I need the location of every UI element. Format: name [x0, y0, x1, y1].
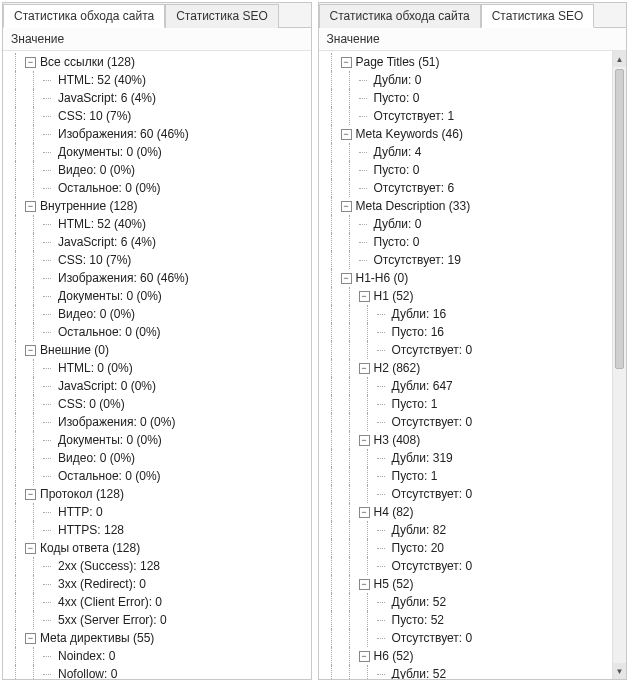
tree-row[interactable]: Отсутствует: 6	[323, 179, 611, 197]
tree-row[interactable]: Документы: 0 (0%)	[7, 143, 311, 161]
tree-row[interactable]: Дубли: 0	[323, 215, 611, 233]
expander-icon[interactable]	[25, 543, 36, 554]
tree-row[interactable]: Изображения: 60 (46%)	[7, 125, 311, 143]
expander-icon[interactable]	[359, 291, 370, 302]
expander-icon[interactable]	[359, 363, 370, 374]
tree-row[interactable]: H1-H6 (0)	[323, 269, 611, 287]
expander-icon[interactable]	[359, 435, 370, 446]
tree-row[interactable]: H4 (82)	[323, 503, 611, 521]
tree-row[interactable]: JavaScript: 0 (0%)	[7, 377, 311, 395]
expander-icon[interactable]	[25, 345, 36, 356]
tree-row[interactable]: CSS: 10 (7%)	[7, 251, 311, 269]
tree-row[interactable]: HTTP: 0	[7, 503, 311, 521]
tree-row[interactable]: Изображения: 60 (46%)	[7, 269, 311, 287]
tree-row[interactable]: CSS: 10 (7%)	[7, 107, 311, 125]
expander-icon[interactable]	[341, 129, 352, 140]
tree-row[interactable]: JavaScript: 6 (4%)	[7, 233, 311, 251]
expander-icon[interactable]	[359, 651, 370, 662]
tree-row[interactable]: Page Titles (51)	[323, 53, 611, 71]
tree-row[interactable]: Остальное: 0 (0%)	[7, 467, 311, 485]
tree-row[interactable]: H3 (408)	[323, 431, 611, 449]
tree-row[interactable]: H2 (862)	[323, 359, 611, 377]
tab-crawl-stats[interactable]: Статистика обхода сайта	[3, 4, 165, 28]
tree-row[interactable]: H5 (52)	[323, 575, 611, 593]
expander-icon[interactable]	[25, 633, 36, 644]
tree-row[interactable]: Видео: 0 (0%)	[7, 161, 311, 179]
tree-row[interactable]: JavaScript: 6 (4%)	[7, 89, 311, 107]
tree-row[interactable]: Остальное: 0 (0%)	[7, 179, 311, 197]
tree-crawl-stats[interactable]: Все ссылки (128)HTML: 52 (40%)JavaScript…	[3, 51, 311, 679]
tree-row[interactable]: Пусто: 0	[323, 233, 611, 251]
tree-row[interactable]: Протокол (128)	[7, 485, 311, 503]
tree-row[interactable]: Meta директивы (55)	[7, 629, 311, 647]
tree-row[interactable]: Дубли: 82	[323, 521, 611, 539]
tree-row[interactable]: Дубли: 319	[323, 449, 611, 467]
tree-item-label: Отсутствует: 6	[374, 181, 455, 195]
scroll-down-icon[interactable]: ▼	[613, 663, 626, 679]
tree-row[interactable]: Пусто: 16	[323, 323, 611, 341]
tree-row[interactable]: Остальное: 0 (0%)	[7, 323, 311, 341]
tree-row[interactable]: 3xx (Redirect): 0	[7, 575, 311, 593]
tree-row[interactable]: Meta Description (33)	[323, 197, 611, 215]
tree-row[interactable]: Дубли: 16	[323, 305, 611, 323]
tree-row[interactable]: Дубли: 0	[323, 71, 611, 89]
tree-row[interactable]: Отсутствует: 19	[323, 251, 611, 269]
tree-row[interactable]: Отсутствует: 1	[323, 107, 611, 125]
expander-icon[interactable]	[359, 507, 370, 518]
tree-item-label: Отсутствует: 0	[392, 559, 473, 573]
tree-row[interactable]: Noindex: 0	[7, 647, 311, 665]
expander-icon[interactable]	[359, 579, 370, 590]
tree-row[interactable]: Дубли: 52	[323, 593, 611, 611]
tree-row[interactable]: HTML: 52 (40%)	[7, 71, 311, 89]
tree-item-label: Отсутствует: 0	[392, 487, 473, 501]
expander-icon[interactable]	[341, 57, 352, 68]
tree-row[interactable]: Отсутствует: 0	[323, 341, 611, 359]
tree-row[interactable]: Отсутствует: 0	[323, 413, 611, 431]
tab-seo-stats[interactable]: Статистика SEO	[165, 4, 279, 28]
tree-row[interactable]: Пусто: 0	[323, 89, 611, 107]
tree-row[interactable]: Отсутствует: 0	[323, 557, 611, 575]
tree-row[interactable]: HTTPS: 128	[7, 521, 311, 539]
tree-row[interactable]: Коды ответа (128)	[7, 539, 311, 557]
tree-row[interactable]: HTML: 52 (40%)	[7, 215, 311, 233]
tab-seo-stats[interactable]: Статистика SEO	[481, 4, 595, 28]
tree-row[interactable]: H1 (52)	[323, 287, 611, 305]
tree-row[interactable]: Nofollow: 0	[7, 665, 311, 679]
tree-row[interactable]: 2xx (Success): 128	[7, 557, 311, 575]
tree-row[interactable]: Пусто: 52	[323, 611, 611, 629]
tree-row[interactable]: Пусто: 1	[323, 467, 611, 485]
tree-row[interactable]: Пусто: 1	[323, 395, 611, 413]
tree-row[interactable]: Дубли: 4	[323, 143, 611, 161]
tree-row[interactable]: Все ссылки (128)	[7, 53, 311, 71]
expander-icon[interactable]	[341, 273, 352, 284]
tree-row[interactable]: Дубли: 52	[323, 665, 611, 679]
tree-row[interactable]: Пусто: 0	[323, 161, 611, 179]
tree-row[interactable]: Пусто: 20	[323, 539, 611, 557]
tree-row[interactable]: H6 (52)	[323, 647, 611, 665]
tree-row[interactable]: Внешние (0)	[7, 341, 311, 359]
tree-row[interactable]: CSS: 0 (0%)	[7, 395, 311, 413]
expander-icon[interactable]	[25, 201, 36, 212]
tree-row[interactable]: Изображения: 0 (0%)	[7, 413, 311, 431]
tree-row[interactable]: Дубли: 647	[323, 377, 611, 395]
tree-row[interactable]: Отсутствует: 0	[323, 629, 611, 647]
tab-crawl-stats[interactable]: Статистика обхода сайта	[319, 4, 481, 28]
tree-row[interactable]: Документы: 0 (0%)	[7, 287, 311, 305]
scroll-up-icon[interactable]: ▲	[613, 51, 626, 67]
tree-row[interactable]: 4xx (Client Error): 0	[7, 593, 311, 611]
expander-icon[interactable]	[25, 57, 36, 68]
expander-icon[interactable]	[341, 201, 352, 212]
tree-row[interactable]: Видео: 0 (0%)	[7, 449, 311, 467]
tree-row[interactable]: HTML: 0 (0%)	[7, 359, 311, 377]
scroll-thumb[interactable]	[615, 69, 624, 369]
tree-row[interactable]: Видео: 0 (0%)	[7, 305, 311, 323]
tree-seo-stats[interactable]: Page Titles (51)Дубли: 0Пусто: 0Отсутств…	[319, 51, 627, 679]
tree-row[interactable]: 5xx (Server Error): 0	[7, 611, 311, 629]
scrollbar[interactable]: ▲ ▼	[612, 51, 626, 679]
tree-row[interactable]: Внутренние (128)	[7, 197, 311, 215]
tree-row[interactable]: Отсутствует: 0	[323, 485, 611, 503]
expander-icon[interactable]	[25, 489, 36, 500]
tree-row[interactable]: Документы: 0 (0%)	[7, 431, 311, 449]
tree-row[interactable]: Meta Keywords (46)	[323, 125, 611, 143]
tree-item-label: Остальное: 0 (0%)	[58, 325, 161, 339]
